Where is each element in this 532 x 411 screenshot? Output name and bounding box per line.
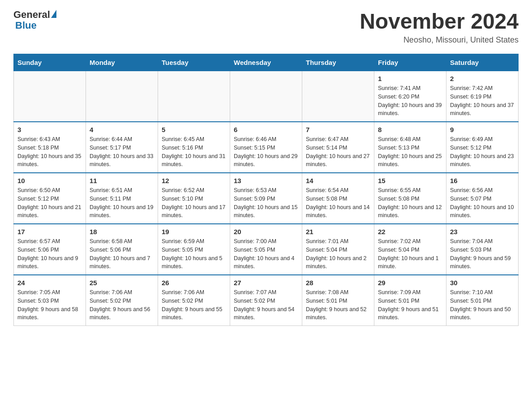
day-info: Sunrise: 6:54 AMSunset: 5:08 PMDaylight:…: [306, 186, 370, 220]
calendar-day-cell: [14, 71, 86, 122]
calendar-day-cell: 23Sunrise: 7:04 AMSunset: 5:03 PMDayligh…: [446, 224, 519, 275]
day-number: 14: [306, 177, 370, 184]
calendar-day-cell: 30Sunrise: 7:10 AMSunset: 5:01 PMDayligh…: [446, 275, 519, 326]
day-info: Sunrise: 6:49 AMSunset: 5:12 PMDaylight:…: [450, 135, 515, 169]
calendar-day-cell: 13Sunrise: 6:53 AMSunset: 5:09 PMDayligh…: [230, 173, 302, 224]
day-info: Sunrise: 6:46 AMSunset: 5:15 PMDaylight:…: [234, 135, 298, 169]
day-number: 25: [90, 279, 154, 287]
calendar-header-row: SundayMondayTuesdayWednesdayThursdayFrid…: [14, 54, 519, 71]
calendar-day-cell: 25Sunrise: 7:06 AMSunset: 5:02 PMDayligh…: [86, 275, 158, 326]
day-info: Sunrise: 7:09 AMSunset: 5:01 PMDaylight:…: [378, 288, 442, 322]
day-number: 6: [234, 126, 298, 133]
day-info: Sunrise: 7:07 AMSunset: 5:02 PMDaylight:…: [234, 288, 298, 322]
calendar-day-cell: 24Sunrise: 7:05 AMSunset: 5:03 PMDayligh…: [14, 275, 86, 326]
day-info: Sunrise: 6:51 AMSunset: 5:11 PMDaylight:…: [90, 186, 154, 220]
logo-triangle-icon: [51, 10, 56, 18]
calendar-day-cell: 29Sunrise: 7:09 AMSunset: 5:01 PMDayligh…: [374, 275, 446, 326]
calendar-header-tuesday: Tuesday: [158, 54, 230, 71]
day-info: Sunrise: 7:02 AMSunset: 5:04 PMDaylight:…: [378, 237, 442, 271]
day-info: Sunrise: 6:58 AMSunset: 5:06 PMDaylight:…: [90, 237, 154, 271]
day-number: 13: [234, 177, 298, 184]
day-number: 2: [450, 75, 515, 82]
day-info: Sunrise: 6:55 AMSunset: 5:08 PMDaylight:…: [378, 186, 442, 220]
calendar-day-cell: 18Sunrise: 6:58 AMSunset: 5:06 PMDayligh…: [86, 224, 158, 275]
logo-blue: Blue: [15, 20, 37, 31]
calendar-day-cell: 14Sunrise: 6:54 AMSunset: 5:08 PMDayligh…: [302, 173, 374, 224]
day-info: Sunrise: 7:06 AMSunset: 5:02 PMDaylight:…: [162, 288, 226, 322]
calendar-header-wednesday: Wednesday: [230, 54, 302, 71]
day-info: Sunrise: 6:43 AMSunset: 5:18 PMDaylight:…: [17, 135, 82, 169]
day-number: 15: [378, 177, 442, 184]
day-number: 7: [306, 126, 370, 133]
day-info: Sunrise: 6:48 AMSunset: 5:13 PMDaylight:…: [378, 135, 442, 169]
day-number: 17: [17, 228, 82, 235]
calendar-week-row: 1Sunrise: 7:41 AMSunset: 6:20 PMDaylight…: [14, 71, 519, 122]
day-info: Sunrise: 7:04 AMSunset: 5:03 PMDaylight:…: [450, 237, 515, 271]
day-number: 28: [306, 279, 370, 287]
day-number: 1: [378, 75, 442, 82]
day-number: 20: [234, 228, 298, 235]
calendar-day-cell: 2Sunrise: 7:42 AMSunset: 6:19 PMDaylight…: [446, 71, 519, 122]
calendar-day-cell: 1Sunrise: 7:41 AMSunset: 6:20 PMDaylight…: [374, 71, 446, 122]
day-info: Sunrise: 6:53 AMSunset: 5:09 PMDaylight:…: [234, 186, 298, 220]
day-number: 29: [378, 279, 442, 287]
day-info: Sunrise: 7:08 AMSunset: 5:01 PMDaylight:…: [306, 288, 370, 322]
calendar-day-cell: [302, 71, 374, 122]
calendar-day-cell: 5Sunrise: 6:45 AMSunset: 5:16 PMDaylight…: [158, 122, 230, 173]
day-info: Sunrise: 7:41 AMSunset: 6:20 PMDaylight:…: [378, 84, 442, 118]
day-number: 11: [90, 177, 154, 184]
day-number: 10: [17, 177, 82, 184]
calendar-day-cell: 12Sunrise: 6:52 AMSunset: 5:10 PMDayligh…: [158, 173, 230, 224]
calendar-day-cell: 4Sunrise: 6:44 AMSunset: 5:17 PMDaylight…: [86, 122, 158, 173]
day-number: 23: [450, 228, 515, 235]
calendar-day-cell: 3Sunrise: 6:43 AMSunset: 5:18 PMDaylight…: [14, 122, 86, 173]
calendar-day-cell: 11Sunrise: 6:51 AMSunset: 5:11 PMDayligh…: [86, 173, 158, 224]
day-info: Sunrise: 6:52 AMSunset: 5:10 PMDaylight:…: [162, 186, 226, 220]
day-info: Sunrise: 7:00 AMSunset: 5:05 PMDaylight:…: [234, 237, 298, 271]
month-title: November 2024: [360, 9, 519, 34]
calendar-header-sunday: Sunday: [14, 54, 86, 71]
day-info: Sunrise: 7:06 AMSunset: 5:02 PMDaylight:…: [90, 288, 154, 322]
page-header: General Blue November 2024 Neosho, Misso…: [13, 9, 519, 45]
calendar-day-cell: 20Sunrise: 7:00 AMSunset: 5:05 PMDayligh…: [230, 224, 302, 275]
day-number: 5: [162, 126, 226, 133]
day-info: Sunrise: 6:45 AMSunset: 5:16 PMDaylight:…: [162, 135, 226, 169]
calendar-header-saturday: Saturday: [446, 54, 519, 71]
calendar-day-cell: 7Sunrise: 6:47 AMSunset: 5:14 PMDaylight…: [302, 122, 374, 173]
day-info: Sunrise: 6:47 AMSunset: 5:14 PMDaylight:…: [306, 135, 370, 169]
day-number: 26: [162, 279, 226, 287]
calendar-day-cell: 8Sunrise: 6:48 AMSunset: 5:13 PMDaylight…: [374, 122, 446, 173]
location-subtitle: Neosho, Missouri, United States: [360, 35, 519, 45]
calendar-day-cell: [86, 71, 158, 122]
day-info: Sunrise: 7:42 AMSunset: 6:19 PMDaylight:…: [450, 84, 515, 118]
day-info: Sunrise: 7:01 AMSunset: 5:04 PMDaylight:…: [306, 237, 370, 271]
calendar-header-thursday: Thursday: [302, 54, 374, 71]
calendar-week-row: 24Sunrise: 7:05 AMSunset: 5:03 PMDayligh…: [14, 275, 519, 326]
day-number: 16: [450, 177, 515, 184]
day-number: 18: [90, 228, 154, 235]
calendar-day-cell: 19Sunrise: 6:59 AMSunset: 5:05 PMDayligh…: [158, 224, 230, 275]
calendar-week-row: 3Sunrise: 6:43 AMSunset: 5:18 PMDaylight…: [14, 122, 519, 173]
day-info: Sunrise: 6:57 AMSunset: 5:06 PMDaylight:…: [17, 237, 82, 271]
day-info: Sunrise: 7:05 AMSunset: 5:03 PMDaylight:…: [17, 288, 82, 322]
calendar-header-monday: Monday: [86, 54, 158, 71]
calendar-day-cell: 26Sunrise: 7:06 AMSunset: 5:02 PMDayligh…: [158, 275, 230, 326]
logo: General Blue: [13, 9, 56, 31]
calendar-day-cell: [158, 71, 230, 122]
day-info: Sunrise: 6:44 AMSunset: 5:17 PMDaylight:…: [90, 135, 154, 169]
calendar-day-cell: 22Sunrise: 7:02 AMSunset: 5:04 PMDayligh…: [374, 224, 446, 275]
calendar-day-cell: 28Sunrise: 7:08 AMSunset: 5:01 PMDayligh…: [302, 275, 374, 326]
day-number: 22: [378, 228, 442, 235]
day-number: 8: [378, 126, 442, 133]
calendar-day-cell: 17Sunrise: 6:57 AMSunset: 5:06 PMDayligh…: [14, 224, 86, 275]
day-number: 30: [450, 279, 515, 287]
day-number: 21: [306, 228, 370, 235]
calendar-table: SundayMondayTuesdayWednesdayThursdayFrid…: [13, 54, 519, 326]
calendar-day-cell: 10Sunrise: 6:50 AMSunset: 5:12 PMDayligh…: [14, 173, 86, 224]
logo-general: General: [13, 9, 50, 21]
day-number: 19: [162, 228, 226, 235]
day-number: 3: [17, 126, 82, 133]
calendar-day-cell: 27Sunrise: 7:07 AMSunset: 5:02 PMDayligh…: [230, 275, 302, 326]
title-section: November 2024 Neosho, Missouri, United S…: [360, 9, 519, 45]
calendar-day-cell: [230, 71, 302, 122]
